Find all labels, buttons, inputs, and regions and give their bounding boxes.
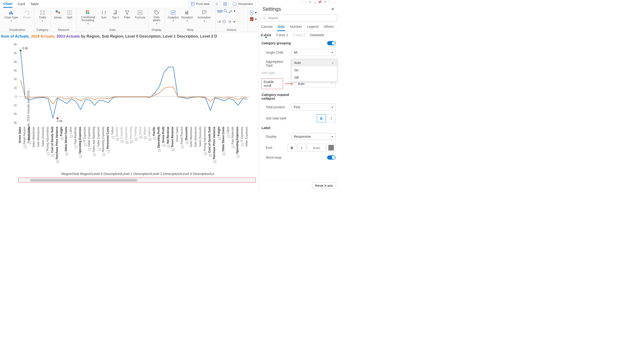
- chart-type-button[interactable]: Chart Type▾: [2, 9, 20, 22]
- tab-table[interactable]: Table: [30, 0, 39, 7]
- enable-scroll-menu: Auto✓ On Off: [291, 59, 338, 82]
- svg-rect-27: [114, 13, 114, 14]
- storyboard-icon: [233, 2, 236, 6]
- svg-point-3: [216, 3, 218, 5]
- close-icon[interactable]: ✕: [331, 6, 334, 12]
- arrow-down-icon[interactable]: ↓: [305, 0, 306, 4]
- annotation-button[interactable]: Annotation▾: [195, 9, 214, 22]
- arrows-icon[interactable]: ⇅: [309, 0, 311, 4]
- single-child-dropdown[interactable]: All▾: [291, 49, 336, 56]
- tab-canvas[interactable]: Canvas: [261, 23, 273, 31]
- menu-item-off[interactable]: Off: [292, 74, 337, 82]
- tab-others[interactable]: Others: [323, 23, 334, 31]
- series-icon: [55, 10, 61, 16]
- svg-rect-21: [68, 10, 69, 15]
- svg-rect-28: [115, 12, 116, 14]
- svg-text:2b: 2b: [14, 78, 17, 81]
- subtab-yaxis1[interactable]: Y-Axis 1: [276, 33, 288, 38]
- menu-item-auto[interactable]: Auto✓: [292, 59, 337, 66]
- svg-rect-20: [58, 12, 60, 14]
- tab-card[interactable]: Card: [18, 0, 25, 7]
- kpi-button[interactable]: KPI: [218, 9, 222, 13]
- magnify-icon[interactable]: [224, 9, 228, 13]
- horizontal-scrollbar-highlight[interactable]: [18, 178, 256, 183]
- pivot-data-button[interactable]: Pivot data: [188, 1, 212, 7]
- topn-button[interactable]: Top n: [110, 9, 121, 19]
- deviation-button[interactable]: Deviation▾: [181, 9, 194, 22]
- arrow-up-icon[interactable]: ↑: [302, 0, 303, 4]
- chart-title: Sum of Actuals, 2024 Actuals, 2023 Actua…: [0, 32, 258, 40]
- sort-button[interactable]: Sort: [99, 9, 109, 19]
- italic-button[interactable]: I: [327, 114, 336, 122]
- svg-text:1b: 1b: [14, 86, 17, 90]
- total-pos-dropdown[interactable]: First▾: [291, 104, 336, 110]
- a-indicator: ○A: [218, 20, 221, 23]
- brush-icon[interactable]: [229, 9, 233, 13]
- trellis-button[interactable]: Trellis▾: [36, 9, 49, 22]
- tab-chart[interactable]: Chart: [3, 0, 12, 8]
- layout-button[interactable]: [222, 1, 229, 7]
- font-italic-button[interactable]: I: [297, 144, 306, 152]
- svg-rect-7: [226, 2, 227, 4]
- formula-button[interactable]: ƒxFormula: [134, 9, 146, 19]
- reset-xaxis-button[interactable]: Reset X-axis: [312, 182, 336, 189]
- series-button[interactable]: Series: [53, 9, 63, 19]
- menu-item-on[interactable]: On: [292, 66, 337, 74]
- expand-icon[interactable]: ⛶: [328, 0, 331, 4]
- subtab-datatable[interactable]: Datatable: [310, 33, 324, 38]
- font-color-button[interactable]: [327, 144, 336, 152]
- font-label: Font: [262, 146, 286, 150]
- scroll-thumb[interactable]: [30, 179, 138, 182]
- more-icon[interactable]: ⋯: [334, 0, 336, 4]
- svg-text:4b: 4b: [14, 60, 17, 64]
- storyboard-button[interactable]: Storyboard: [230, 1, 255, 7]
- tab-number[interactable]: Number: [290, 23, 303, 31]
- svg-rect-12: [9, 12, 10, 14]
- svg-rect-24: [88, 10, 89, 12]
- bold-button[interactable]: B: [317, 114, 326, 122]
- export-button[interactable]: ▾: [250, 10, 257, 15]
- filter-icon: [124, 10, 130, 16]
- analytics-button[interactable]: Analytics▾: [167, 9, 180, 22]
- pdf-button[interactable]: PDF ▾: [250, 17, 257, 22]
- data-labels-button[interactable]: Data labels▾: [150, 9, 163, 25]
- svg-rect-26: [88, 12, 89, 14]
- pin-icon[interactable]: 📌: [318, 0, 322, 4]
- font-bold-button[interactable]: B: [288, 144, 296, 152]
- chart-plot: 6b5b4b3b2b1b0-1b-2b-3b5.3b-2.5b: [7, 40, 252, 127]
- tab-legend[interactable]: Legend: [306, 23, 319, 31]
- red-arrow-icon: [285, 84, 294, 84]
- chart-area[interactable]: Sum of Actuals, 2024 Actuals and 2023… 6…: [0, 40, 258, 191]
- svg-marker-30: [125, 11, 129, 14]
- rotate-button[interactable]: Rotate: [22, 9, 32, 19]
- split-button[interactable]: Split: [64, 9, 75, 19]
- enable-scroll-label-highlight: Enable scroll: [262, 78, 283, 89]
- display-dropdown[interactable]: Responsive▾: [291, 133, 336, 140]
- search-input[interactable]: Search: [261, 14, 336, 22]
- svg-text:-3b: -3b: [13, 121, 17, 124]
- analytics-icon: [170, 10, 176, 16]
- category-grouping-toggle[interactable]: [327, 41, 336, 45]
- word-wrap-toggle[interactable]: [327, 156, 336, 160]
- conditional-formatting-button[interactable]: Conditional formatting▾: [79, 9, 97, 25]
- filter-mini-icon[interactable]: ⧩: [324, 0, 326, 4]
- svg-line-62: [265, 18, 266, 19]
- export-icon: [250, 10, 254, 15]
- single-child-label: Single Child: [262, 51, 289, 54]
- rotate-icon: [24, 10, 30, 16]
- svg-rect-18: [43, 13, 45, 15]
- tab-axis[interactable]: Axis: [277, 23, 285, 31]
- triangle-icon[interactable]: △: [314, 0, 316, 4]
- pdf-icon: PDF: [250, 17, 254, 22]
- refresh-icon[interactable]: [222, 20, 226, 24]
- cond-format-icon: [85, 10, 91, 16]
- lightbulb-button[interactable]: [213, 1, 220, 7]
- svg-point-42: [229, 21, 230, 22]
- total-pos-label: Total position: [262, 105, 289, 109]
- font-size-input[interactable]: [307, 144, 326, 152]
- filter-button[interactable]: Filter: [122, 9, 132, 19]
- split-icon: [67, 10, 72, 16]
- subtab-xaxis[interactable]: X-Axis: [261, 33, 271, 38]
- gear-icon[interactable]: [228, 20, 232, 24]
- svg-point-57: [20, 50, 22, 52]
